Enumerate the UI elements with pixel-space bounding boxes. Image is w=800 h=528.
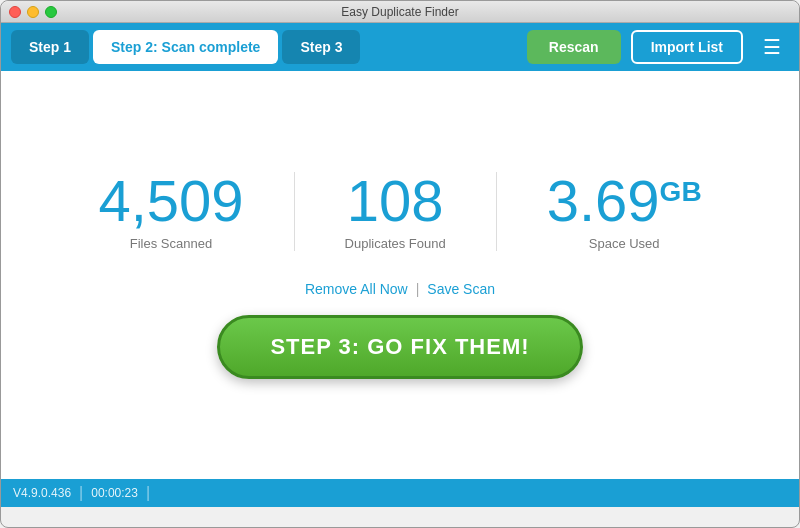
title-bar: Easy Duplicate Finder	[1, 1, 799, 23]
stat-files-scanned: 4,509 Files Scanned	[48, 172, 293, 251]
remove-all-link[interactable]: Remove All Now	[305, 281, 408, 297]
save-scan-link[interactable]: Save Scan	[427, 281, 495, 297]
duplicates-label: Duplicates Found	[345, 236, 446, 251]
links-divider: |	[416, 281, 420, 297]
files-scanned-label: Files Scanned	[130, 236, 212, 251]
stat-duplicates: 108 Duplicates Found	[294, 172, 496, 251]
maximize-button[interactable]	[45, 6, 57, 18]
tab-step2[interactable]: Step 2: Scan complete	[93, 30, 278, 64]
close-button[interactable]	[9, 6, 21, 18]
tab-step3[interactable]: Step 3	[282, 30, 360, 64]
status-divider2: |	[146, 484, 150, 502]
import-list-button[interactable]: Import List	[631, 30, 743, 64]
space-label: Space Used	[589, 236, 660, 251]
tab-step1[interactable]: Step 1	[11, 30, 89, 64]
menu-button[interactable]: ☰	[755, 30, 789, 64]
duplicates-value: 108	[347, 172, 444, 230]
cta-button[interactable]: STEP 3: GO FIX THEM!	[217, 315, 582, 379]
main-content: 4,509 Files Scanned 108 Duplicates Found…	[1, 71, 799, 479]
rescan-button[interactable]: Rescan	[527, 30, 621, 64]
minimize-button[interactable]	[27, 6, 39, 18]
traffic-lights	[9, 6, 57, 18]
space-unit: GB	[660, 175, 702, 206]
hamburger-icon: ☰	[763, 35, 781, 59]
files-scanned-value: 4,509	[98, 172, 243, 230]
window-title: Easy Duplicate Finder	[341, 5, 458, 19]
status-bar: V4.9.0.436 | 00:00:23 |	[1, 479, 799, 507]
links-row: Remove All Now | Save Scan	[305, 281, 495, 297]
status-divider: |	[79, 484, 83, 502]
stat-space: 3.69GB Space Used	[496, 172, 752, 251]
stats-row: 4,509 Files Scanned 108 Duplicates Found…	[48, 172, 751, 251]
timer-label: 00:00:23	[91, 486, 138, 500]
version-label: V4.9.0.436	[13, 486, 71, 500]
nav-bar: Step 1 Step 2: Scan complete Step 3 Resc…	[1, 23, 799, 71]
space-value: 3.69GB	[547, 172, 702, 230]
